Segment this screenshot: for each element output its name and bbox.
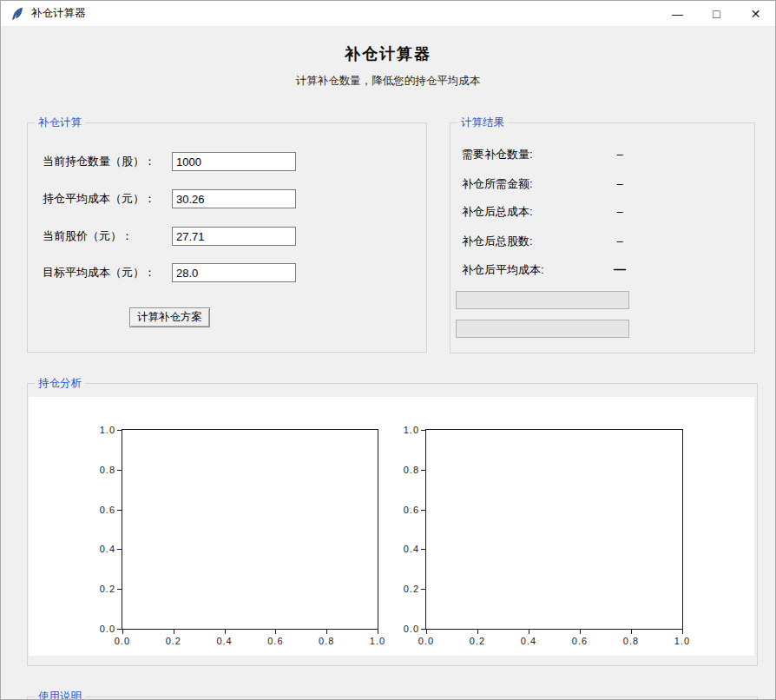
x-axis-tick xyxy=(378,630,378,634)
x-axis-tick xyxy=(477,630,478,634)
x-axis-tick xyxy=(426,630,427,634)
y-axis-tick xyxy=(421,510,425,511)
y-axis-tick-label: 0.4 xyxy=(100,544,115,554)
average-cost-input[interactable] xyxy=(172,189,296,208)
target-cost-input[interactable] xyxy=(172,263,296,282)
result-value-needed-amount: – xyxy=(605,176,635,192)
y-axis-tick xyxy=(117,629,122,630)
result-label-total-shares: 补仓后总股数: xyxy=(462,234,533,249)
x-axis-tick-label: 0.8 xyxy=(623,636,639,646)
x-axis-tick xyxy=(529,630,529,634)
result-value-total-shares: – xyxy=(605,234,635,249)
y-axis-tick xyxy=(421,629,425,630)
x-axis-tick-label: 1.0 xyxy=(674,636,690,646)
result-readonly-field-1 xyxy=(456,291,629,309)
y-axis-tick-label: 0.0 xyxy=(100,624,115,634)
y-axis-tick xyxy=(117,510,122,511)
y-axis-tick-label: 1.0 xyxy=(100,425,115,435)
app-window: 补仓计算器 — □ ✕ 补仓计算器 计算补仓数量，降低您的持仓平均成本 补仓计算… xyxy=(0,0,776,700)
y-axis-tick xyxy=(421,589,425,590)
field-label-target-cost: 目标平均成本（元）： xyxy=(43,265,155,281)
usage-group: 使用说明 xyxy=(27,697,758,700)
result-label-needed-shares: 需要补仓数量: xyxy=(462,147,533,162)
x-axis-tick-label: 0.0 xyxy=(115,636,130,646)
x-axis-tick xyxy=(225,630,226,634)
result-label-needed-amount: 补仓所需金额: xyxy=(462,176,533,192)
result-label-new-average-cost: 补仓后平均成本: xyxy=(462,262,544,278)
y-axis-tick-label: 0.2 xyxy=(404,584,419,594)
page-subtitle: 计算补仓数量，降低您的持仓平均成本 xyxy=(1,74,775,89)
window-title: 补仓计算器 xyxy=(31,6,86,21)
y-axis-tick xyxy=(117,549,122,550)
y-axis-tick-label: 0.8 xyxy=(100,465,115,475)
x-axis-tick xyxy=(275,630,276,634)
x-axis-tick-label: 0.4 xyxy=(216,636,232,646)
titlebar: 补仓计算器 — □ ✕ xyxy=(1,1,775,27)
y-axis-tick-label: 0.6 xyxy=(100,505,115,515)
y-axis-tick-label: 0.2 xyxy=(100,584,115,594)
x-axis-tick xyxy=(326,630,327,634)
y-axis-tick-label: 0.4 xyxy=(404,544,419,554)
result-readonly-field-2 xyxy=(456,320,629,338)
field-label-average-cost: 持仓平均成本（元）： xyxy=(43,191,155,207)
minimize-button[interactable]: — xyxy=(658,1,697,27)
close-button[interactable]: ✕ xyxy=(736,1,775,27)
plot-canvas: 0.00.20.40.60.81.00.00.20.40.60.81.0 0.0… xyxy=(29,397,754,656)
window-controls: — □ ✕ xyxy=(658,1,775,27)
result-value-needed-shares: – xyxy=(605,147,635,162)
input-group-title: 补仓计算 xyxy=(35,116,85,129)
analysis-group-title: 持仓分析 xyxy=(35,377,85,390)
input-group: 补仓计算 当前持仓数量（股）： 持仓平均成本（元）： 当前股价（元）： 目标平均… xyxy=(27,122,427,353)
calculate-button[interactable]: 计算补仓方案 xyxy=(129,307,210,327)
x-axis-tick xyxy=(122,630,123,634)
x-axis-tick-label: 0.8 xyxy=(319,636,334,646)
x-axis-tick-label: 0.6 xyxy=(572,636,588,646)
x-axis-tick-label: 0.2 xyxy=(470,636,485,646)
y-axis-tick-label: 0.8 xyxy=(404,465,419,475)
x-axis-tick-label: 1.0 xyxy=(370,636,385,646)
maximize-button[interactable]: □ xyxy=(697,1,736,27)
left-plot-axes: 0.00.20.40.60.81.00.00.20.40.60.81.0 xyxy=(122,429,378,630)
result-group: 计算结果 需要补仓数量: – 补仓所需金额: – 补仓后总成本: – 补仓后总股… xyxy=(450,122,755,353)
result-label-total-cost: 补仓后总成本: xyxy=(462,204,533,220)
page-title: 补仓计算器 xyxy=(1,43,775,64)
usage-group-title: 使用说明 xyxy=(35,690,85,700)
analysis-group: 持仓分析 0.00.20.40.60.81.00.00.20.40.60.81.… xyxy=(27,383,758,666)
python-tk-feather-icon xyxy=(10,7,24,21)
field-label-current-price: 当前股价（元）： xyxy=(43,228,133,244)
y-axis-tick-label: 0.6 xyxy=(404,505,419,515)
x-axis-tick xyxy=(580,630,581,634)
current-price-input[interactable] xyxy=(172,227,296,246)
y-axis-tick xyxy=(117,470,122,471)
right-plot-axes: 0.00.20.40.60.81.00.00.20.40.60.81.0 xyxy=(425,429,683,630)
y-axis-tick-label: 0.0 xyxy=(404,624,419,634)
x-axis-tick-label: 0.0 xyxy=(418,636,434,646)
y-axis-tick-label: 1.0 xyxy=(404,425,419,435)
x-axis-tick xyxy=(682,630,683,634)
y-axis-tick xyxy=(421,430,425,431)
x-axis-tick-label: 0.6 xyxy=(267,636,283,646)
y-axis-tick xyxy=(117,430,122,431)
result-value-total-cost: – xyxy=(605,204,635,220)
current-shares-input[interactable] xyxy=(172,152,296,171)
y-axis-tick xyxy=(421,549,425,550)
result-value-new-average-cost: — xyxy=(605,261,635,277)
result-group-title: 计算结果 xyxy=(457,116,508,129)
y-axis-tick xyxy=(117,589,122,590)
x-axis-tick-label: 0.4 xyxy=(521,636,536,646)
y-axis-tick xyxy=(421,470,425,471)
field-label-current-shares: 当前持仓数量（股）： xyxy=(43,154,155,169)
x-axis-tick xyxy=(174,630,174,634)
x-axis-tick-label: 0.2 xyxy=(166,636,181,646)
x-axis-tick xyxy=(631,630,632,634)
